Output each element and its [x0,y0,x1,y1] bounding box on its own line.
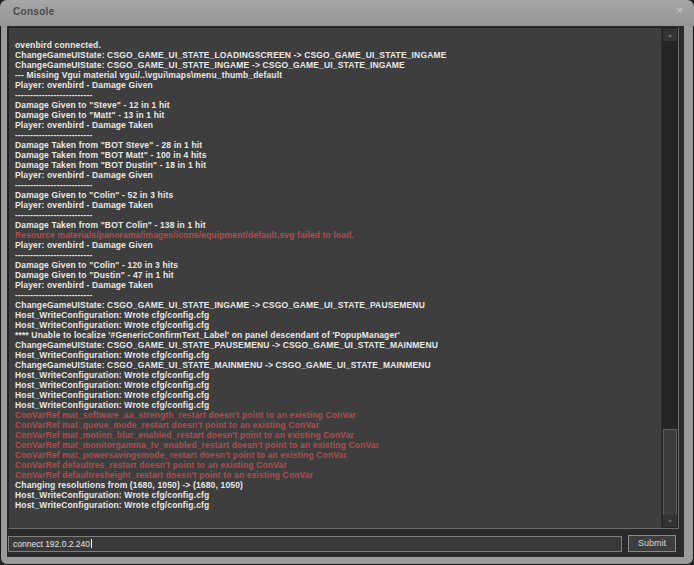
console-line: Player: ovenbird - Damage Taken [15,280,656,290]
console-line: Player: ovenbird - Damage Taken [15,120,656,130]
console-line: ConVarRef mat_monitorgamma_tv_enabled_re… [15,440,656,450]
console-line: ChangeGameUIState: CSGO_GAME_UI_STATE_IN… [15,60,656,70]
console-line: -------------------------- [15,90,656,100]
scrollbar-thumb[interactable] [663,429,677,518]
console-line: Damage Given to "Colin" - 52 in 3 hits [15,190,656,200]
console-line: ConVarRef mat_queue_mode_restart doesn't… [15,420,656,430]
console-line: Host_WriteConfiguration: Wrote cfg/confi… [15,370,656,380]
text-caret [91,539,92,548]
console-line: ConVarRef defaultres_restart doesn't poi… [15,460,656,470]
console-line: -------------------------- [15,290,656,300]
console-line: Damage Given to "Steve" - 12 in 1 hit [15,100,656,110]
console-line: Player: ovenbird - Damage Given [15,240,656,250]
console-output[interactable]: ovenbird connected.ChangeGameUIState: CS… [8,27,679,529]
console-line: Host_WriteConfiguration: Wrote cfg/confi… [15,490,656,500]
console-line: Player: ovenbird - Damage Given [15,170,656,180]
console-line: Damage Taken from "BOT Matt" - 100 in 4 … [15,150,656,160]
console-line: Host_WriteConfiguration: Wrote cfg/confi… [15,380,656,390]
console-line: Host_WriteConfiguration: Wrote cfg/confi… [15,400,656,410]
scroll-up-icon[interactable]: ▲ [663,29,677,41]
console-line: ConVarRef mat_motion_blur_enabled_restar… [15,430,656,440]
console-line: ConVarRef mat_software_aa_strength_resta… [15,410,656,420]
console-line: Host_WriteConfiguration: Wrote cfg/confi… [15,500,656,510]
console-window: Console × ovenbird connected.ChangeGameU… [0,0,694,565]
console-line: Player: ovenbird - Damage Taken [15,200,656,210]
console-content: ovenbird connected.ChangeGameUIState: CS… [7,26,684,557]
console-line: Damage Taken from "BOT Colin" - 138 in 1… [15,220,656,230]
console-line: -------------------------- [15,250,656,260]
title-bar[interactable]: Console × [0,0,694,26]
command-input[interactable]: connect 192.0.2.240 [8,536,622,552]
console-line: Host_WriteConfiguration: Wrote cfg/confi… [15,390,656,400]
console-line: ChangeGameUIState: CSGO_GAME_UI_STATE_IN… [15,300,656,310]
console-line: ChangeGameUIState: CSGO_GAME_UI_STATE_MA… [15,360,656,370]
command-input-value: connect 192.0.2.240 [13,539,90,549]
scrollbar[interactable]: ▲ ▼ [661,28,678,528]
console-line: Damage Taken from "BOT Dustin" - 18 in 1… [15,160,656,170]
scroll-down-icon[interactable]: ▼ [663,515,677,527]
console-line: ChangeGameUIState: CSGO_GAME_UI_STATE_LO… [15,50,656,60]
console-line: Host_WriteConfiguration: Wrote cfg/confi… [15,350,656,360]
console-line: Damage Given to "Matt" - 13 in 1 hit [15,110,656,120]
console-line: -------------------------- [15,180,656,190]
console-line: --- Missing Vgui material vgui/..\vgui\m… [15,70,656,80]
console-line: ConVarRef mat_powersavingsmode_restart d… [15,450,656,460]
console-line: ovenbird connected. [15,40,656,50]
console-line: Damage Given to "Colin" - 120 in 3 hits [15,260,656,270]
console-line: Damage Taken from "BOT Steve" - 28 in 1 … [15,140,656,150]
console-line: Player: ovenbird - Damage Given [15,80,656,90]
console-line: -------------------------- [15,130,656,140]
console-line: Host_WriteConfiguration: Wrote cfg/confi… [15,310,656,320]
console-line: -------------------------- [15,210,656,220]
console-line: ChangeGameUIState: CSGO_GAME_UI_STATE_PA… [15,340,656,350]
window-title: Console [13,6,55,17]
console-line: Changing resolutions from (1680, 1050) -… [15,480,656,490]
console-line: ConVarRef defaultresheight_restart doesn… [15,470,656,480]
close-icon[interactable]: × [677,4,683,16]
console-line: Host_WriteConfiguration: Wrote cfg/confi… [15,320,656,330]
submit-button[interactable]: Submit [628,535,676,552]
console-line: **** Unable to localize '#GenericConfirm… [15,330,656,340]
console-log: ovenbird connected.ChangeGameUIState: CS… [15,40,656,510]
console-line: Resource materials/panorama/images/icons… [15,230,656,240]
console-line: Damage Given to "Dustin" - 47 in 1 hit [15,270,656,280]
